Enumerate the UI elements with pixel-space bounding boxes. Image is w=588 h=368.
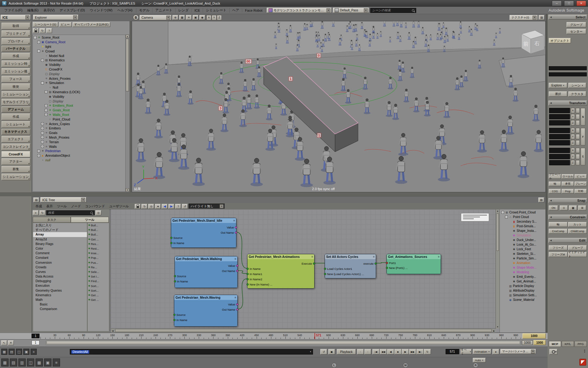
explorer-item-pedestrian[interactable]: +✳Pedestrian xyxy=(33,149,125,153)
ice-node-preset-9[interactable]: ✱Re... xyxy=(88,265,109,270)
ice-node-get-animations-sources[interactable]: Get_Animations_Sources≡Port1New (Port1) … xyxy=(386,254,441,274)
scene-button[interactable]: シーン▼ xyxy=(568,83,586,88)
transform-extra-item[interactable]: 対称 xyxy=(575,189,587,194)
axis-z-button[interactable]: Z xyxy=(217,15,222,20)
node-port-value[interactable]: Value xyxy=(228,264,237,267)
play-reverse-button[interactable]: ◀◀ xyxy=(380,349,387,355)
node-port-value[interactable]: Value xyxy=(227,225,236,229)
viewport-layout-5-icon[interactable]: ▩ xyxy=(36,358,43,366)
ice-op-item-skeleton-si[interactable]: ✱Skeleton_Si... xyxy=(500,251,545,256)
scrollbar-thumb[interactable] xyxy=(126,39,129,91)
ice-category-item[interactable]: すべてのノード xyxy=(33,228,87,232)
ice-op-item-get-animati[interactable]: ✱Get_Animati... xyxy=(500,279,545,284)
explorer-item-visibility[interactable]: ◉Visibility xyxy=(33,63,125,67)
toolbar-button-item-4[interactable]: 作成 xyxy=(2,53,30,59)
center-button[interactable]: センター xyxy=(567,29,586,34)
playback-menu-button[interactable]: Playback xyxy=(337,349,356,355)
module-menu-hair[interactable]: ヘア xyxy=(229,8,242,13)
transform-t-z-field[interactable] xyxy=(549,160,570,165)
axis-y-toggle[interactable]: Y xyxy=(571,134,575,139)
module-menu-face-robot[interactable]: Face Robot xyxy=(242,9,266,12)
node-port-out-name[interactable]: Out Name xyxy=(222,269,237,273)
display-mode-dropdown[interactable]: テクスチャ(I) ▼ xyxy=(510,15,538,20)
constrain-item[interactable]: カット xyxy=(568,222,587,227)
ice-node-preset-8[interactable]: ✱Pus... xyxy=(88,260,109,265)
axis-option-toggle[interactable] xyxy=(576,140,580,145)
ice-node-get-pedestrian-mesh-waving[interactable]: Get Pedestrian_Mesh.Waving≡ValueOut Name… xyxy=(174,295,238,327)
history-icon[interactable]: ↺ xyxy=(182,204,188,209)
refresh-icon[interactable]: ↻ xyxy=(40,28,45,33)
ice-category-conversion[interactable]: Conversion xyxy=(33,260,87,265)
expand-icon[interactable]: + xyxy=(41,122,44,125)
ice-op-item-particle-display[interactable]: ▥Particle Display xyxy=(500,284,545,288)
transform-ref-item[interactable]: 参照 xyxy=(562,182,574,186)
expand-icon[interactable]: + xyxy=(41,136,44,139)
range-end-box[interactable]: 1000 xyxy=(522,333,546,339)
explorer-item-null[interactable]: ▫null xyxy=(33,158,125,163)
loop-button[interactable]: ↻ xyxy=(424,349,431,355)
scrollbar-thumb[interactable] xyxy=(47,341,520,344)
scroll-down-icon[interactable]: ▼ xyxy=(496,325,499,329)
toolbar-button-item-13[interactable]: シミュレート xyxy=(2,121,30,128)
scroll-right-icon[interactable]: ▶ xyxy=(492,330,496,332)
ice-node-preset-6[interactable]: ✱Inse... xyxy=(88,251,109,255)
explorer-item-null[interactable]: ▫Null xyxy=(33,85,125,90)
transform-section-header[interactable]: ◀ Transform xyxy=(548,101,587,105)
transform-tool-r[interactable]: r xyxy=(581,128,585,145)
ice-category-basic[interactable]: Basic xyxy=(33,302,87,307)
key-button[interactable] xyxy=(549,349,557,355)
node-menu-icon[interactable]: ≡ xyxy=(373,255,375,258)
ice-op-item-scene-material[interactable]: ◉Scene_Material xyxy=(500,297,545,302)
transform-space-item[interactable]: グローバル xyxy=(549,174,561,179)
flipbook-button[interactable]: ▣ xyxy=(328,349,335,355)
layout-toggle-3-icon[interactable]: ◫ xyxy=(16,349,22,355)
maximize-button[interactable]: □ xyxy=(564,1,574,6)
node-port-new-port1[interactable]: New (Port1) ... xyxy=(387,266,408,270)
explorer-item-emitters-root[interactable]: +✳Emitters_Root xyxy=(33,103,125,108)
explorer-item-light[interactable]: ●light xyxy=(33,44,125,49)
constrain-section-header[interactable]: ◀ Constrain xyxy=(548,215,587,220)
toolbar-button-item-20[interactable]: シミュレーション xyxy=(2,174,30,180)
axis-z-toggle[interactable]: Z xyxy=(571,140,575,145)
camera-icon[interactable]: ▣ xyxy=(193,15,198,20)
end-frame-field[interactable]: 1000 xyxy=(522,340,533,345)
transform-ref-item[interactable]: 軸 xyxy=(549,182,561,186)
ice-category-kinematics[interactable]: Kinematics xyxy=(33,293,87,297)
transform-tool-t[interactable]: t xyxy=(581,148,585,165)
node-port-in-name1[interactable]: In Name1 xyxy=(247,272,262,276)
ice-category-math[interactable]: Math xyxy=(33,297,87,302)
panel-tab-mcp[interactable]: MCP xyxy=(549,341,561,347)
snap-section-header[interactable]: ◀ Snap xyxy=(548,198,587,203)
scroll-down-icon[interactable]: ▼ xyxy=(126,188,129,192)
constrain-item[interactable]: 軸 xyxy=(549,222,567,227)
snap-point-icon[interactable]: ⊙ xyxy=(560,205,568,210)
explorer-item-actors-copies[interactable]: +✳Actors_Copies xyxy=(33,121,125,126)
expand-icon[interactable]: + xyxy=(41,132,44,134)
pointer-tool-icon[interactable]: ↖ xyxy=(1,340,7,345)
axis-x-toggle[interactable]: X xyxy=(571,108,575,113)
list-view-icon[interactable]: ≡ xyxy=(33,210,39,215)
timeline-ruler[interactable]: 3060901201501802102402703003303603904204… xyxy=(0,333,548,339)
edit-item[interactable]: イミディエイト xyxy=(568,252,587,257)
step-forward-button[interactable]: ▶▶ xyxy=(409,349,416,355)
edit-m[interactable]: フリーズM xyxy=(549,252,567,257)
expand-icon[interactable]: + xyxy=(41,140,44,143)
ice-menu-0[interactable]: 作成 xyxy=(33,204,44,209)
ice-node-preset-1[interactable]: ✱Buil... xyxy=(88,228,109,232)
toolbar-button-item-2[interactable]: プロパティ xyxy=(2,38,30,45)
back-icon[interactable]: ◀ xyxy=(162,204,168,209)
center-mode-icon[interactable]: ✳ xyxy=(186,15,192,20)
explorer-item-goals-root[interactable]: +✳Goals_Root xyxy=(33,108,125,113)
explorer-view-dropdown[interactable]: Explorer ▼ xyxy=(33,15,78,20)
ice-graph-canvas[interactable]: Get Pedestrian_Mesh.Stand_Idle≡ValueOut … xyxy=(111,209,499,332)
node-port-new-in-name[interactable]: New (In Name) ... xyxy=(247,282,272,286)
ice-menu-1[interactable]: 表示 xyxy=(44,204,55,209)
ice-node-preset-13[interactable]: ✱Sort... xyxy=(88,283,109,288)
collapse-icon[interactable]: − xyxy=(41,82,44,84)
object-button[interactable]: オブジェクト xyxy=(549,38,571,43)
node-port-in-name[interactable]: In Name xyxy=(174,318,187,322)
ice-category-color[interactable]: Color xyxy=(33,246,87,251)
ice-node-get-pedestrian-mesh-animations[interactable]: Get Pedestrian_Mesh Animations≡ExecuteIn… xyxy=(247,254,315,289)
explorer-item-model-null[interactable]: ▫Model Null xyxy=(33,53,125,58)
ice-menu-5[interactable]: ユーザツール xyxy=(107,204,131,209)
